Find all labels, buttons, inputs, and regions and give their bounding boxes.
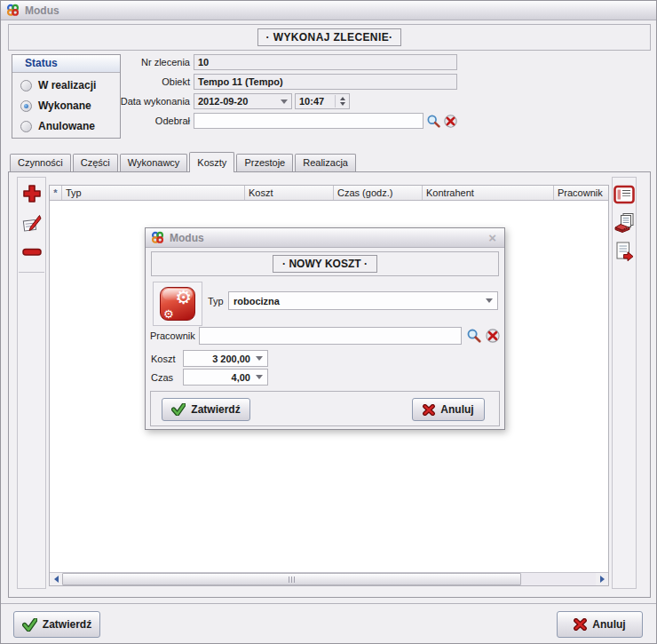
zatwierdz-button[interactable]: Zatwierdź bbox=[13, 611, 100, 638]
odebral-field[interactable] bbox=[194, 113, 423, 129]
column-header-typ[interactable]: Typ bbox=[62, 186, 245, 200]
spin-up-icon[interactable] bbox=[340, 97, 345, 100]
grid-view-icon[interactable] bbox=[613, 183, 636, 206]
cost-type-icon-box: ⚙ ⚙ bbox=[153, 282, 202, 326]
nr-zlecenia-label: Nr zlecenia bbox=[54, 54, 190, 70]
chevron-down-icon[interactable] bbox=[256, 356, 263, 361]
obiekt-field[interactable]: Tempo 11 (Tempo) bbox=[194, 74, 457, 90]
app-icon bbox=[6, 4, 20, 17]
chevron-down-icon[interactable] bbox=[486, 298, 493, 303]
search-icon[interactable] bbox=[425, 113, 441, 129]
koszt-spinner[interactable]: 3 200,00 bbox=[183, 350, 268, 367]
window-title: Modus bbox=[25, 4, 59, 17]
nowy-koszt-dialog: Modus × · NOWY KOSZT · ⚙ ⚙ Typ robocizna… bbox=[145, 227, 505, 430]
tab-czesci[interactable]: Części bbox=[73, 154, 118, 171]
radio-icon-selected[interactable] bbox=[20, 100, 32, 112]
right-toolbar bbox=[612, 177, 637, 589]
column-header-kontrahent[interactable]: Kontrahent bbox=[423, 186, 554, 200]
typ-combobox[interactable]: robocizna bbox=[228, 291, 498, 310]
typ-value: robocizna bbox=[234, 296, 486, 306]
remove-icon[interactable] bbox=[20, 241, 44, 264]
horizontal-scrollbar[interactable] bbox=[50, 572, 608, 585]
x-icon bbox=[423, 404, 435, 416]
check-icon bbox=[171, 403, 186, 416]
page-title: · WYKONAJ ZLECENIE· bbox=[257, 28, 402, 46]
czas-spinner[interactable]: 4,00 bbox=[183, 369, 268, 386]
radio-icon[interactable] bbox=[20, 80, 32, 91]
column-header-star[interactable]: * bbox=[50, 186, 62, 200]
date-combobox[interactable]: 2012-09-20 bbox=[194, 93, 292, 109]
koszt-label: Koszt bbox=[151, 350, 176, 368]
time-spinner[interactable]: 10:47 bbox=[295, 93, 350, 109]
search-icon[interactable] bbox=[466, 328, 482, 344]
main-window: Modus · WYKONAJ ZLECENIE· Status W reali… bbox=[0, 0, 657, 644]
check-icon bbox=[22, 618, 37, 632]
clear-icon[interactable] bbox=[442, 113, 458, 129]
app-icon bbox=[151, 231, 164, 244]
scroll-right-icon[interactable] bbox=[596, 573, 608, 585]
koszt-value: 3 200,00 bbox=[188, 354, 256, 364]
scrollbar-thumb[interactable] bbox=[62, 573, 521, 585]
dialog-anuluj-button[interactable]: Anuluj bbox=[412, 398, 485, 421]
left-toolbar bbox=[17, 177, 46, 589]
dialog-header-title: · NOWY KOSZT · bbox=[273, 255, 377, 273]
dialog-zatwierdz-label: Zatwierdź bbox=[191, 403, 240, 416]
dialog-title: Modus bbox=[170, 232, 204, 244]
tab-czynnosci[interactable]: Czynności bbox=[10, 154, 71, 171]
pracownik-label: Pracownik bbox=[150, 327, 195, 345]
tab-wykonawcy[interactable]: Wykonawcy bbox=[120, 154, 188, 171]
gear-icon[interactable]: ⚙ ⚙ bbox=[160, 287, 195, 321]
dialog-titlebar: Modus × bbox=[146, 228, 504, 248]
scroll-left-icon[interactable] bbox=[50, 573, 62, 585]
tab-koszty[interactable]: Koszty bbox=[189, 152, 234, 172]
table-header: * Typ Koszt Czas (godz.) Kontrahent Prac… bbox=[50, 186, 608, 201]
typ-label: Typ bbox=[208, 292, 224, 310]
obiekt-label: Obiekt bbox=[54, 74, 190, 90]
add-icon[interactable] bbox=[20, 182, 44, 205]
clear-icon[interactable] bbox=[485, 328, 501, 344]
export-icon[interactable] bbox=[613, 240, 636, 263]
print-icon[interactable] bbox=[613, 211, 636, 235]
dialog-anuluj-label: Anuluj bbox=[440, 403, 473, 416]
nr-zlecenia-field[interactable]: 10 bbox=[194, 54, 457, 70]
scrollbar-track[interactable] bbox=[62, 573, 596, 585]
date-value: 2012-09-20 bbox=[198, 95, 248, 107]
tab-realizacja[interactable]: Realizacja bbox=[295, 154, 356, 171]
czas-value: 4,00 bbox=[188, 372, 256, 383]
radio-icon[interactable] bbox=[20, 121, 32, 132]
dialog-button-panel: Zatwierdź Anuluj bbox=[150, 391, 500, 426]
close-icon[interactable]: × bbox=[486, 231, 499, 244]
chevron-down-icon[interactable] bbox=[256, 375, 263, 379]
dialog-header-panel: · NOWY KOSZT · bbox=[151, 251, 499, 276]
main-titlebar: Modus bbox=[1, 1, 656, 20]
chevron-down-icon[interactable] bbox=[281, 99, 288, 104]
czas-label: Czas bbox=[151, 369, 173, 386]
x-icon bbox=[574, 618, 587, 631]
column-header-pracownik[interactable]: Pracownik bbox=[554, 186, 608, 200]
anuluj-button[interactable]: Anuluj bbox=[557, 611, 643, 638]
pracownik-field[interactable] bbox=[199, 327, 462, 345]
odebral-label: Odebrał bbox=[54, 113, 190, 129]
spinner-arrows[interactable] bbox=[335, 95, 345, 107]
order-header-panel: · WYKONAJ ZLECENIE· bbox=[8, 24, 651, 51]
data-wykonania-label: Data wykonania bbox=[54, 93, 190, 109]
tab-przestoje[interactable]: Przestoje bbox=[236, 154, 293, 171]
spin-down-icon[interactable] bbox=[340, 102, 345, 106]
toolbar-separator bbox=[19, 272, 44, 273]
tab-bar: Czynności Części Wykonawcy Koszty Przest… bbox=[8, 152, 356, 171]
edit-icon[interactable] bbox=[20, 211, 44, 235]
anuluj-label: Anuluj bbox=[592, 618, 625, 631]
zatwierdz-label: Zatwierdź bbox=[43, 618, 91, 631]
footer-bar: Zatwierdź Anuluj bbox=[1, 603, 656, 644]
time-value: 10:47 bbox=[299, 95, 324, 107]
dialog-zatwierdz-button[interactable]: Zatwierdź bbox=[162, 398, 250, 421]
column-header-koszt[interactable]: Koszt bbox=[245, 186, 334, 200]
column-header-czas[interactable]: Czas (godz.) bbox=[334, 186, 423, 200]
